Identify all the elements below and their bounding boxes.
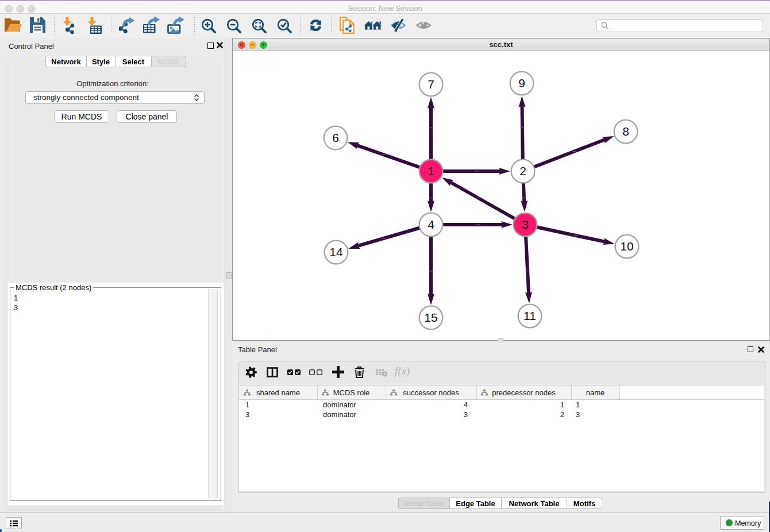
svg-text:6: 6: [332, 131, 339, 144]
svg-text:14: 14: [329, 245, 343, 259]
svg-text:10: 10: [620, 240, 633, 253]
svg-text:4: 4: [428, 218, 434, 231]
svg-text:7: 7: [428, 78, 434, 91]
svg-text:3: 3: [522, 218, 529, 231]
svg-text:2: 2: [519, 164, 526, 178]
svg-text:9: 9: [518, 76, 525, 90]
svg-text:1: 1: [428, 164, 434, 178]
svg-text:8: 8: [622, 125, 629, 138]
svg-text:11: 11: [523, 309, 536, 322]
svg-text:15: 15: [424, 311, 437, 324]
